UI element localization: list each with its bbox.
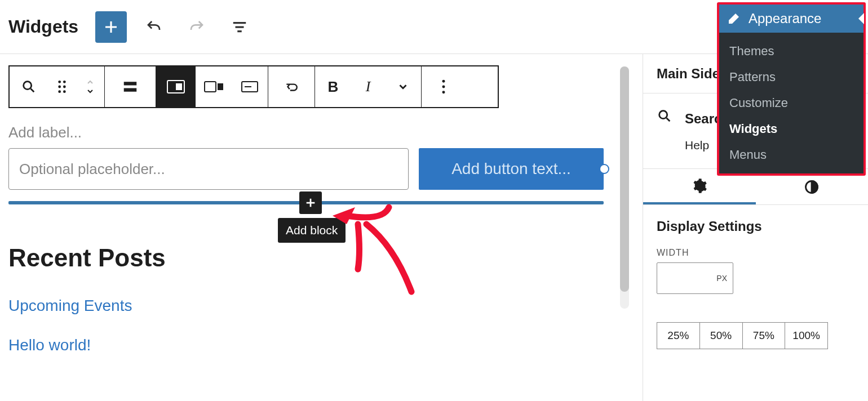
gear-icon [692,178,707,194]
list-view-button[interactable] [224,11,255,43]
menu-item-customize[interactable]: Customize [719,90,863,116]
scrollbar-track[interactable] [620,66,629,309]
search-icon [21,79,37,95]
width-preset-75[interactable]: 75% [743,323,786,349]
toolbar-bold[interactable]: B [315,66,351,107]
scrollbar-thumb[interactable] [620,66,629,292]
width-input[interactable]: PX [657,262,733,294]
svg-rect-11 [205,82,216,92]
post-link[interactable]: Upcoming Events [8,297,623,315]
search-block-row: Optional placeholder... Add button text.… [8,148,623,190]
appearance-menu: Appearance Themes Patterns Customize Wid… [717,2,866,176]
width-label: WIDTH [643,240,868,262]
toolbar-italic[interactable]: I [351,66,385,107]
submenu-arrow-icon [858,13,864,24]
svg-point-18 [659,111,667,119]
search-placeholder-input[interactable]: Optional placeholder... [8,148,409,190]
chevron-down-icon [84,87,96,96]
search-button-placeholder: Add button text... [451,160,571,178]
plus-icon [304,197,317,209]
chevron-down-icon [397,81,409,93]
undo-icon [145,19,162,35]
width-unit: PX [716,274,727,283]
block-inserter-line[interactable]: Add block [8,201,604,204]
italic-icon: I [366,78,371,95]
search-button-text-input[interactable]: Add button text... [419,148,604,190]
contrast-icon [804,179,820,195]
svg-point-16 [442,86,445,88]
svg-point-15 [442,80,445,83]
svg-rect-12 [218,84,223,90]
add-block-button[interactable] [95,11,127,43]
appearance-title: Appearance [749,11,821,26]
recent-posts-heading: Recent Posts [8,244,623,272]
align-button-outside-icon [204,81,223,93]
svg-point-17 [442,91,445,93]
menu-item-patterns[interactable]: Patterns [719,64,863,90]
redo-button[interactable] [181,11,212,43]
appearance-submenu: Themes Patterns Customize Widgets Menus [719,33,863,173]
toolbar-move[interactable] [76,66,104,107]
link-icon [283,79,300,94]
appearance-menu-header[interactable]: Appearance [719,5,863,33]
resize-handle[interactable] [599,164,609,174]
svg-point-2 [63,81,66,83]
svg-point-5 [58,90,61,93]
toolbar-options[interactable] [422,66,466,107]
page-title: Widgets [8,16,78,37]
svg-rect-8 [124,88,137,92]
list-icon [231,19,248,35]
drag-icon [56,79,68,94]
width-presets: 25% 50% 75% 100% [657,322,828,349]
editor-main: B I Add label... Optional placeholder...… [0,54,631,401]
width-preset-25[interactable]: 25% [657,323,700,349]
toolbar-search[interactable] [10,66,48,107]
menu-item-widgets[interactable]: Widgets [719,116,863,142]
width-preset-50[interactable]: 50% [700,323,743,349]
align-no-button-icon [241,81,258,92]
svg-point-0 [24,82,32,90]
bold-icon: B [328,78,339,96]
more-vertical-icon [441,79,446,94]
redo-icon [188,19,205,35]
block-inserter-button[interactable] [299,191,322,214]
undo-button[interactable] [138,11,170,43]
toolbar-align-button-outside[interactable] [196,66,232,107]
svg-point-6 [63,90,66,93]
toolbar-align-no-button[interactable] [232,66,268,107]
post-link[interactable]: Hello world! [8,336,623,354]
paragraph-icon [122,78,139,95]
menu-item-themes[interactable]: Themes [719,38,863,64]
block-toolbar: B I [8,65,499,108]
width-preset-100[interactable]: 100% [785,323,827,349]
display-settings-heading: Display Settings [643,205,868,240]
chevron-up-icon [84,78,96,87]
svg-rect-10 [176,84,181,90]
brush-icon [727,12,741,25]
add-block-tooltip: Add block [278,218,346,243]
menu-item-menus[interactable]: Menus [719,142,863,168]
svg-rect-7 [124,82,137,85]
search-icon [657,108,672,124]
svg-point-1 [58,81,61,83]
svg-point-4 [63,86,66,88]
toolbar-drag[interactable] [48,66,76,107]
plus-icon [103,19,119,35]
toolbar-paragraph[interactable] [105,66,156,107]
align-button-inside-icon [167,79,185,94]
svg-point-3 [58,86,61,88]
toolbar-loop[interactable] [268,66,315,107]
toolbar-more-format[interactable] [385,66,421,107]
toolbar-align-button-inside[interactable] [156,66,196,107]
label-input[interactable]: Add label... [8,124,414,141]
